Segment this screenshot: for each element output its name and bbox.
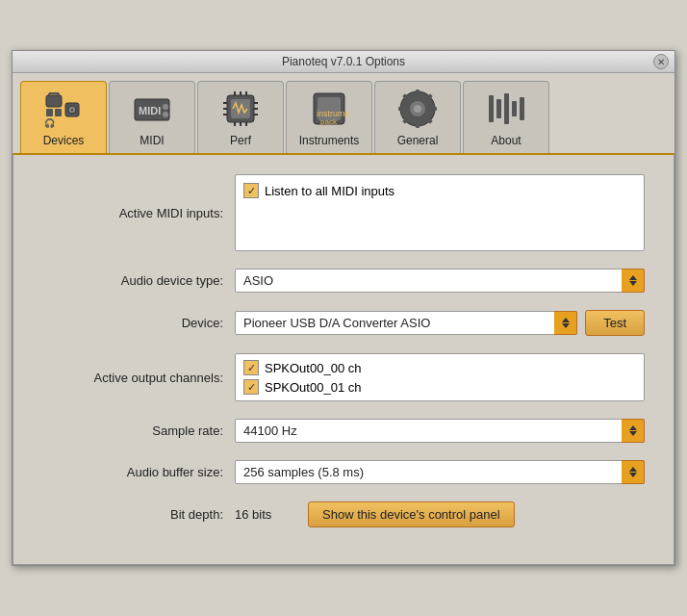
sample-rate-row: Sample rate: 44100 Hz 48000 Hz 96000 Hz [42,419,645,443]
midi-checkbox[interactable]: ✓ [243,183,259,198]
audio-device-type-label: Audio device type: [42,273,235,288]
output-channels-row: Active output channels: ✓ SPKOut00_00 ch… [42,353,645,401]
general-icon [396,88,439,130]
perf-icon [219,88,262,130]
audio-device-type-row: Audio device type: ASIO DirectSound WASA… [42,269,645,293]
main-window: Pianoteq v7.0.1 Options ✕ 🎧 [12,50,675,566]
channels-box: ✓ SPKOut00_00 ch ✓ SPKOut00_01 ch [235,353,645,401]
tab-general-label: General [397,134,439,147]
channel-label-0: SPKOut00_00 ch [265,361,361,375]
device-row: Device: Pioneer USB D/A Converter ASIO T… [42,310,645,336]
svg-rect-36 [398,107,404,111]
svg-point-8 [71,109,74,112]
svg-text:🎧: 🎧 [44,117,56,129]
bit-depth-control: 16 bits Show this device's control panel [235,501,645,527]
window-title: Pianoteq v7.0.1 Options [282,55,405,68]
svg-rect-34 [416,90,420,95]
sample-rate-control: 44100 Hz 48000 Hz 96000 Hz [235,419,645,443]
tab-midi[interactable]: MIDI MIDI [109,81,195,153]
midi-inputs-row: Active MIDI inputs: ✓ Listen to all MIDI… [42,174,645,251]
sample-rate-select[interactable]: 44100 Hz 48000 Hz 96000 Hz [235,419,645,443]
svg-rect-0 [46,95,62,107]
device-select[interactable]: Pioneer USB D/A Converter ASIO [235,311,577,335]
svg-rect-2 [55,109,62,116]
audio-buffer-select-wrapper: 128 samples (2.9 ms) 256 samples (5.8 ms… [235,460,645,484]
channel-checkbox-0[interactable]: ✓ [243,360,259,375]
svg-rect-37 [431,107,437,111]
audio-device-type-select-wrapper: ASIO DirectSound WASAPI [235,269,645,293]
output-channels-control: ✓ SPKOut00_00 ch ✓ SPKOut00_01 ch [235,353,645,401]
tab-instruments-label: Instruments [299,134,360,147]
midi-checkbox-row: ✓ Listen to all MIDI inputs [243,183,394,198]
instruments-icon: instrument pack [308,88,350,130]
title-bar: Pianoteq v7.0.1 Options ✕ [13,51,674,73]
tab-devices[interactable]: 🎧 Devices [20,81,107,153]
tab-perf-label: Perf [230,134,251,147]
output-channels-label: Active output channels: [42,371,235,385]
svg-point-13 [163,112,168,117]
svg-point-12 [163,104,168,110]
bitdepth-row: 16 bits Show this device's control panel [235,501,645,527]
about-icon [485,88,527,130]
close-button[interactable]: ✕ [653,54,669,69]
test-button[interactable]: Test [585,310,645,336]
svg-rect-1 [46,109,53,116]
svg-rect-35 [416,122,420,128]
svg-point-42 [414,105,421,113]
midi-inputs-control: ✓ Listen to all MIDI inputs [235,174,645,251]
bit-depth-label: Bit depth: [42,507,235,522]
tab-bar: 🎧 Devices MIDI MIDI [13,73,674,153]
tab-perf[interactable]: Perf [197,81,284,153]
bit-depth-row: Bit depth: 16 bits Show this device's co… [42,501,645,527]
audio-device-type-control: ASIO DirectSound WASAPI [235,269,645,293]
tab-midi-label: MIDI [140,134,164,147]
tab-devices-label: Devices [43,134,85,147]
sample-rate-select-wrapper: 44100 Hz 48000 Hz 96000 Hz [235,419,645,443]
svg-rect-43 [489,95,494,122]
device-select-wrapper: Pioneer USB D/A Converter ASIO [235,311,577,335]
audio-buffer-select[interactable]: 128 samples (2.9 ms) 256 samples (5.8 ms… [235,460,645,484]
midi-input-box: ✓ Listen to all MIDI inputs [235,174,645,251]
svg-rect-46 [512,101,517,116]
content-area: Active MIDI inputs: ✓ Listen to all MIDI… [13,153,674,565]
svg-rect-47 [520,97,524,120]
midi-icon: MIDI [131,88,173,130]
close-icon: ✕ [657,57,665,67]
device-inner-row: Pioneer USB D/A Converter ASIO Test [235,310,645,336]
device-label: Device: [42,316,235,330]
channel-label-1: SPKOut00_01 ch [265,380,361,395]
channel-checkbox-1[interactable]: ✓ [243,379,259,395]
svg-rect-44 [496,99,501,118]
sample-rate-label: Sample rate: [42,424,235,438]
tab-instruments[interactable]: instrument pack Instruments [286,81,372,153]
svg-text:MIDI: MIDI [139,105,161,116]
devices-icon: 🎧 [42,88,85,130]
midi-checkbox-label: Listen to all MIDI inputs [265,184,394,198]
tab-about[interactable]: About [463,81,549,153]
control-panel-button[interactable]: Show this device's control panel [308,501,515,527]
svg-text:pack: pack [320,117,338,126]
audio-buffer-control: 128 samples (2.9 ms) 256 samples (5.8 ms… [235,460,645,484]
channel-row-1: ✓ SPKOut00_01 ch [243,379,636,395]
device-control: Pioneer USB D/A Converter ASIO Test [235,310,645,336]
audio-buffer-row: Audio buffer size: 128 samples (2.9 ms) … [42,460,645,484]
tab-about-label: About [491,134,521,147]
audio-buffer-label: Audio buffer size: [42,465,235,479]
bit-depth-value: 16 bits [235,507,293,522]
channel-row-0: ✓ SPKOut00_00 ch [243,360,636,375]
midi-inputs-label: Active MIDI inputs: [42,206,235,220]
tab-general[interactable]: General [374,81,461,153]
audio-device-type-select[interactable]: ASIO DirectSound WASAPI [235,269,645,293]
svg-rect-45 [504,93,509,124]
